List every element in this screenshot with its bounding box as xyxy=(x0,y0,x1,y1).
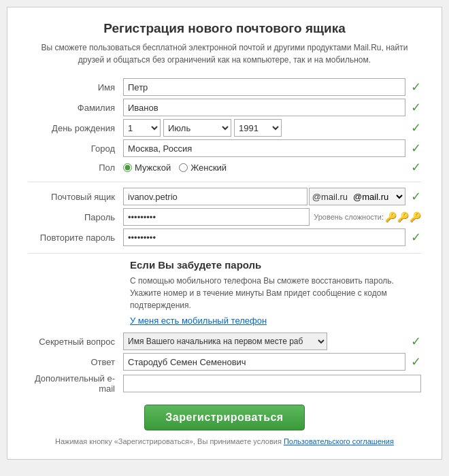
email-domain-select[interactable]: @mail.ru @inbox.ru @list.ru @bk.ru xyxy=(350,188,405,205)
strength-keys: 🔑 🔑 🔑 xyxy=(385,211,421,222)
city-input-wrapper xyxy=(123,139,405,157)
footer-note: Нажимая кнопку «Зарегистрироваться», Вы … xyxy=(28,437,421,445)
birthday-day-select[interactable]: 1 2345 xyxy=(123,119,161,137)
birthday-row: День рождения 1 2345 ЯнварьФевральМарт А… xyxy=(28,119,421,137)
gender-check: ✓ xyxy=(411,160,421,175)
mailbox-label: Почтовый ящик xyxy=(28,192,123,202)
birthday-inputs: 1 2345 ЯнварьФевральМарт АпрельМайИюнь И… xyxy=(123,119,405,137)
extra-email-label: Дополнительный e-mail xyxy=(28,373,123,394)
password-input[interactable] xyxy=(123,208,310,226)
secret-question-row: Секретный вопрос Имя Вашего начальника н… xyxy=(28,333,421,350)
extra-email-row: Дополнительный e-mail xyxy=(28,373,421,394)
repeat-password-check: ✓ xyxy=(411,230,421,245)
secret-check: ✓ xyxy=(411,334,421,349)
gender-male-label[interactable]: Мужской xyxy=(123,163,171,173)
key-icon-1: 🔑 xyxy=(385,211,397,222)
surname-row: Фамилия ✓ xyxy=(28,99,421,116)
surname-input-wrapper xyxy=(123,99,405,116)
footer-text: Нажимая кнопку «Зарегистрироваться», Вы … xyxy=(55,437,284,445)
gender-female-label[interactable]: Женский xyxy=(179,163,227,173)
key-icon-3: 🔑 xyxy=(410,211,421,222)
city-row: Город ✓ xyxy=(28,139,421,157)
gender-female-text: Женский xyxy=(190,163,227,173)
birthday-year-select[interactable]: 1991 19901992 xyxy=(234,119,282,137)
city-label: Город xyxy=(28,143,123,154)
key-icon-2: 🔑 xyxy=(397,211,409,222)
email-at-sign: @mail.ru xyxy=(310,192,350,202)
mailbox-input[interactable] xyxy=(123,188,307,205)
name-label: Имя xyxy=(28,82,123,92)
gender-female-radio[interactable] xyxy=(179,163,188,172)
mailbox-check: ✓ xyxy=(411,189,421,204)
secret-input-wrapper: Имя Вашего начальника на первом месте ра… xyxy=(123,333,405,350)
mailbox-row: Почтовый ящик @mail.ru @mail.ru @inbox.r… xyxy=(28,188,421,205)
register-button[interactable]: Зарегистрироваться xyxy=(144,405,304,430)
gender-label: Пол xyxy=(28,163,123,173)
birthday-check: ✓ xyxy=(411,120,421,135)
answer-input-wrapper xyxy=(123,353,405,371)
footer-link[interactable]: Пользовательского соглашения xyxy=(284,437,394,445)
gender-radio-group: Мужской Женский xyxy=(123,163,227,173)
gender-row: Пол Мужской Женский ✓ xyxy=(28,160,421,175)
recovery-desc: С помощью мобильного телефона Вы сможете… xyxy=(130,275,421,311)
mailbox-input-wrapper: @mail.ru @mail.ru @inbox.ru @list.ru @bk… xyxy=(123,188,405,205)
answer-row: Ответ ✓ xyxy=(28,353,421,371)
page-subtitle: Вы сможете пользоваться бесплатной элект… xyxy=(28,41,421,66)
strength-text: Уровень сложности: xyxy=(314,213,384,221)
repeat-password-label: Повторите пароль xyxy=(28,233,123,243)
gender-input-wrapper: Мужской Женский xyxy=(123,163,405,173)
password-strength: Уровень сложности: 🔑 🔑 🔑 xyxy=(314,211,421,222)
password-row: Пароль Уровень сложности: 🔑 🔑 🔑 xyxy=(28,208,421,226)
secret-question-select[interactable]: Имя Вашего начальника на первом месте ра… xyxy=(123,333,327,350)
city-check: ✓ xyxy=(411,141,421,156)
password-input-wrapper: Уровень сложности: 🔑 🔑 🔑 xyxy=(123,208,421,226)
surname-input[interactable] xyxy=(123,99,405,116)
answer-label: Ответ xyxy=(28,357,123,367)
recovery-title: Если Вы забудете пароль xyxy=(130,259,421,271)
recovery-link[interactable]: У меня есть мобильный телефон xyxy=(130,316,267,326)
answer-input[interactable] xyxy=(123,353,405,371)
birthday-month-select[interactable]: ЯнварьФевральМарт АпрельМайИюнь ИюльАвгу… xyxy=(163,119,231,137)
registration-container: Регистрация нового почтового ящика Вы см… xyxy=(7,7,442,460)
divider-1 xyxy=(28,182,421,182)
answer-check: ✓ xyxy=(411,354,421,369)
city-input[interactable] xyxy=(123,139,405,157)
surname-check: ✓ xyxy=(411,100,421,115)
repeat-password-input-wrapper xyxy=(123,228,405,246)
surname-label: Фамилия xyxy=(28,103,123,113)
name-input-wrapper xyxy=(123,78,405,96)
page-title: Регистрация нового почтового ящика xyxy=(28,21,421,36)
recovery-section: Если Вы забудете пароль С помощью мобиль… xyxy=(28,259,421,333)
extra-email-input[interactable] xyxy=(123,375,421,392)
repeat-password-input[interactable] xyxy=(123,228,405,246)
secret-label: Секретный вопрос xyxy=(28,337,123,347)
name-check: ✓ xyxy=(411,80,421,95)
gender-male-text: Мужской xyxy=(135,163,171,173)
birthday-label: День рождения xyxy=(28,123,123,133)
divider-2 xyxy=(28,253,421,254)
gender-male-radio[interactable] xyxy=(123,163,132,172)
email-domain-wrapper: @mail.ru @mail.ru @inbox.ru @list.ru @bk… xyxy=(309,188,405,205)
name-input[interactable] xyxy=(123,78,405,96)
password-label: Пароль xyxy=(28,212,123,222)
repeat-password-row: Повторите пароль ✓ xyxy=(28,228,421,246)
name-row: Имя ✓ xyxy=(28,78,421,96)
extra-email-input-wrapper xyxy=(123,375,421,392)
